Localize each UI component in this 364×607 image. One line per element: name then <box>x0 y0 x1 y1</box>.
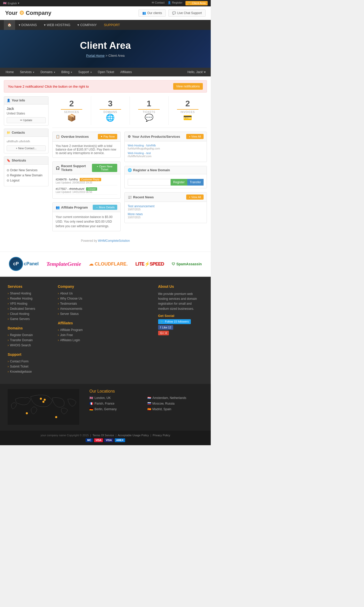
facebook-button[interactable]: f Like 12 <box>158 325 173 330</box>
facebook-label: Like 12 <box>162 326 171 329</box>
update-button[interactable]: ✏ Update <box>7 117 46 123</box>
flag-icon: 🇬🇧 <box>3 2 7 5</box>
whmcs-link[interactable]: WHMCompleteSolution <box>98 239 130 243</box>
inner-nav-support[interactable]: Support ▾ <box>75 68 95 76</box>
twitter-button[interactable]: 🐦 Follow 15 followers <box>158 319 191 324</box>
reseller-hosting-link[interactable]: Reseller Hosting <box>8 297 53 300</box>
nav-home[interactable]: 🏠 <box>4 20 15 30</box>
breadcrumb-separator: > <box>105 54 108 58</box>
inner-nav-services[interactable]: Services ▾ <box>17 68 37 76</box>
why-choose-us-link[interactable]: Why Choose Us <box>58 297 103 300</box>
copyright: your company name Copyright © 2015 <box>41 434 89 437</box>
submit-ticket-link[interactable]: Submit Ticket <box>8 365 53 368</box>
tickets-count: 1 <box>131 99 167 108</box>
ticket-icon: 🎧 <box>56 166 60 170</box>
inner-nav-home[interactable]: Home <box>3 68 17 76</box>
inner-nav-billing[interactable]: Billing ▾ <box>58 68 75 76</box>
privacy-link[interactable]: Privacy Policy <box>153 434 170 437</box>
payment-icons: MC VISA VISA AMEX <box>3 438 208 442</box>
get-social-title: Get Social <box>158 314 203 318</box>
new-contact-button[interactable]: + New Contact... <box>7 145 46 151</box>
our-clients-button[interactable]: 👥 Our clients <box>138 9 166 17</box>
sidebar: 👤 Your Info Jack United States ✏ Update … <box>4 96 49 235</box>
overdue-invoices-title: 📋 Overdue Invoices <box>56 135 89 139</box>
join-free-link[interactable]: Join Free <box>58 333 103 337</box>
nav-domains[interactable]: ▾ DOMAINS <box>15 20 40 30</box>
domain-register-widget: 🌐 Register a New Domain Register Transfe… <box>124 166 207 188</box>
register-link[interactable]: 👤 Register <box>168 1 182 5</box>
domain-register-button[interactable]: Register <box>171 179 187 186</box>
game-servers-link[interactable]: Game Servers <box>8 317 53 321</box>
user-dropdown-icon[interactable]: ▾ <box>204 70 206 74</box>
user-name: Jack <box>7 107 46 111</box>
ticket-1-date: Last Updated: 26/08/2015 19:33 <box>56 181 117 184</box>
copyright-text: your company name Copyright © 2015 | Ter… <box>3 434 208 437</box>
breadcrumb-home[interactable]: Portal Home <box>86 54 104 58</box>
ticket-id-1: #248478 - furhfhu Customer Reply <box>56 178 117 181</box>
about-us-link[interactable]: About Us <box>58 292 103 295</box>
testimonials-link[interactable]: Testimonials <box>58 302 103 305</box>
inner-nav-affiliates[interactable]: Affiliates <box>117 68 135 76</box>
view-notifications-button[interactable]: View notifications <box>173 83 203 90</box>
dedicated-servers-link[interactable]: Dedicated Servers <box>8 307 53 311</box>
transfer-domain-link[interactable]: Transfer Domain <box>8 338 53 342</box>
affiliates-login-link[interactable]: Affiliates Login <box>58 338 103 342</box>
affiliate-details-button[interactable]: → More Details <box>93 205 117 210</box>
top-bar: 🇬🇧 English ▾ ✉ Contact 👤 Register 🔒 Clie… <box>0 0 211 6</box>
register-domain-link[interactable]: ⊙ Register a New Domain <box>7 174 46 177</box>
domain-transfer-button[interactable]: Transfer <box>187 179 204 186</box>
view-all-products-button[interactable]: + View All <box>186 134 204 139</box>
language-selector[interactable]: 🇬🇧 English ▾ <box>3 2 19 5</box>
shared-hosting-link[interactable]: Shared Hosting <box>8 292 53 295</box>
products-icon: ⚙ <box>128 135 131 139</box>
shortcuts-icon: 🔖 <box>7 159 10 162</box>
product-item-1: Web Hosting - fuhrfhfb furhfurhfhuguthgu… <box>128 144 204 150</box>
client-area-link[interactable]: 🔒 Client Area <box>185 1 208 5</box>
register-domain-footer-link[interactable]: Register Domain <box>8 333 53 337</box>
server-status-link[interactable]: Server Status <box>58 312 103 316</box>
cloud-hosting-link[interactable]: Cloud Hosting <box>8 312 53 316</box>
domain-register-header: 🌐 Register a New Domain <box>125 166 207 174</box>
knowledgebase-link[interactable]: Knowledgebase <box>8 370 53 373</box>
contact-form-link[interactable]: Contact Form <box>8 360 53 363</box>
ticket-item-2: #177557 - rfhfrhfhufuhf Closed Last Upda… <box>56 186 117 195</box>
site-logo[interactable]: Your ⚙ Company <box>5 10 51 16</box>
nav-company[interactable]: ▾ COMPANY <box>74 20 100 30</box>
active-products-title: ⚙ Your Active Products/Services <box>128 135 180 139</box>
shortcut-order: ⊙ Order New Services <box>7 168 46 173</box>
contacts-section: 📁 Contacts ufhfifhufh ufhrfnhfh + New Co… <box>4 129 49 153</box>
order-services-link[interactable]: ⊙ Order New Services <box>7 168 46 172</box>
vps-hosting-link[interactable]: VPS Hosting <box>8 302 53 305</box>
domains-label: DOMAINS <box>92 111 128 113</box>
footer-affiliate-2: Join Free <box>58 333 103 337</box>
chevron-down-icon: ▾ <box>18 2 19 5</box>
affiliate-widget: 👥 Affiliate Program → More Details Your … <box>52 202 121 231</box>
affiliate-title: 👥 Affiliate Program <box>56 205 88 209</box>
nav-web-hosting[interactable]: ▾ WEB HOSTING <box>40 20 74 30</box>
logout-link[interactable]: ⊙ Logout <box>7 179 46 182</box>
domain-icon: 🌐 <box>128 168 132 172</box>
terms-link[interactable]: Terms Of Service <box>92 434 114 437</box>
svg-point-3 <box>42 401 44 403</box>
inner-nav-open-ticket[interactable]: Open Ticket <box>95 68 117 76</box>
aup-link[interactable]: Acceptable Usage Policy <box>118 434 149 437</box>
news-icon: 📰 <box>128 195 132 199</box>
whois-search-link[interactable]: WHOIS Search <box>8 343 53 347</box>
affiliate-program-link[interactable]: Affiliate Program <box>58 328 103 332</box>
pay-now-button[interactable]: ✦ Pay Now <box>98 134 117 139</box>
your-info-body: Jack United States ✏ Update <box>4 105 48 125</box>
location-london: 🇬🇧 London, UK <box>89 396 145 400</box>
open-ticket-button[interactable]: + Open New Ticket <box>92 164 118 172</box>
domain-search-input[interactable] <box>128 179 171 186</box>
google-plus-button[interactable]: G+ 4 <box>158 331 169 335</box>
live-chat-button[interactable]: 💬 Live Chat Support <box>168 9 206 17</box>
news-2-date: 10/07/2015 <box>128 216 204 219</box>
nav-support[interactable]: SUPPORT <box>100 20 124 30</box>
announcements-link[interactable]: Announcements <box>58 307 103 311</box>
view-all-news-button[interactable]: + View All <box>186 194 204 200</box>
right-content: 2 SERVICES 📦 3 DOMAINS 🌐 1 TICKETS 💬 <box>52 96 207 235</box>
contact-link[interactable]: ✉ Contact <box>152 1 165 5</box>
footer-domain-3: WHOIS Search <box>8 343 53 347</box>
inner-nav-domains[interactable]: Domains ▾ <box>37 68 58 76</box>
news-item-1: Test announcement 10/07/2015 <box>128 204 204 211</box>
